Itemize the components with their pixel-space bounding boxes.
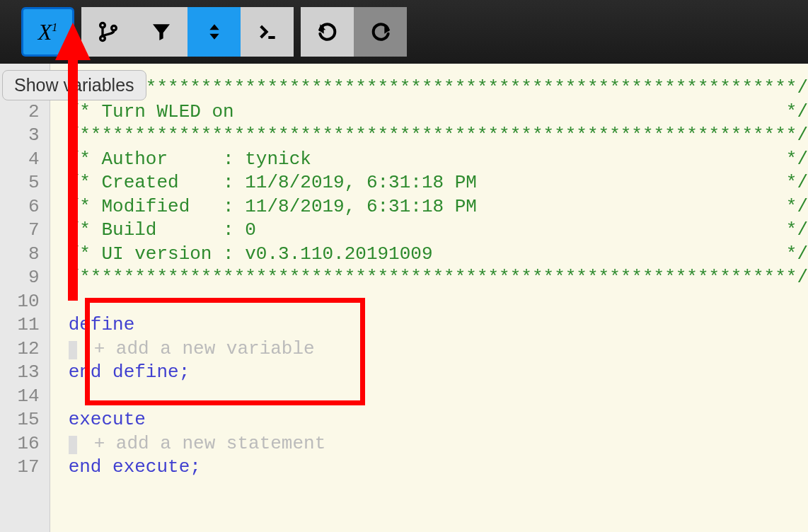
code-line[interactable] xyxy=(69,290,808,314)
filter-button[interactable] xyxy=(134,7,187,57)
cursor xyxy=(69,341,77,359)
line-number: 10 xyxy=(0,290,50,314)
sort-button[interactable] xyxy=(187,7,241,57)
code-line[interactable]: end execute; xyxy=(69,456,808,480)
code-line[interactable]: + add a new variable xyxy=(69,337,808,362)
line-number: 13 xyxy=(0,361,50,385)
console-icon xyxy=(256,21,279,43)
filter-icon xyxy=(150,21,173,43)
redo-icon xyxy=(369,21,392,43)
code-line[interactable]: /* Created : 11/8/2019, 6:31:18 PM */ xyxy=(69,171,808,195)
svg-point-2 xyxy=(111,25,116,30)
code-line[interactable] xyxy=(69,385,808,409)
line-number: 17 xyxy=(0,456,50,480)
line-number: 9 xyxy=(0,266,50,290)
cursor xyxy=(69,436,77,454)
code-line[interactable]: /***************************************… xyxy=(69,266,808,290)
code-line[interactable]: /* Build : 0 */ xyxy=(69,219,808,243)
line-number: 14 xyxy=(0,385,50,409)
variable-x-icon: X1 xyxy=(38,19,58,45)
branch-button[interactable] xyxy=(81,7,134,57)
line-number: 12 xyxy=(0,337,50,362)
code-area[interactable]: /***************************************… xyxy=(50,64,808,532)
line-number: 4 xyxy=(0,148,50,172)
editor: 1234567891011121314151617 /*************… xyxy=(0,64,808,532)
variables-tooltip: Show variables xyxy=(2,70,146,100)
toolbar-group-2 xyxy=(81,7,294,57)
code-line[interactable]: define xyxy=(69,313,808,337)
line-number: 11 xyxy=(0,313,50,337)
branch-icon xyxy=(97,21,120,43)
code-line[interactable]: /***************************************… xyxy=(69,76,808,100)
code-line[interactable]: /* UI version : v0.3.110.20191009 */ xyxy=(69,243,808,267)
line-number: 16 xyxy=(0,432,50,456)
line-gutter: 1234567891011121314151617 xyxy=(0,64,50,532)
sort-icon xyxy=(203,21,226,43)
code-line[interactable]: end define; xyxy=(69,361,808,385)
line-number: 5 xyxy=(0,171,50,195)
svg-point-0 xyxy=(100,23,105,28)
code-line[interactable]: /* Modified : 11/8/2019, 6:31:18 PM */ xyxy=(69,195,808,219)
toolbar-group-3 xyxy=(301,7,407,57)
redo-button[interactable] xyxy=(354,7,407,57)
code-line[interactable]: /* Author : tynick */ xyxy=(69,148,808,172)
line-number: 8 xyxy=(0,243,50,267)
code-line[interactable]: + add a new statement xyxy=(69,432,808,456)
toolbar-group-1: X1 xyxy=(21,7,74,57)
line-number: 3 xyxy=(0,124,50,148)
code-line[interactable]: /***************************************… xyxy=(69,124,808,148)
code-line[interactable]: /* Turn WLED on */ xyxy=(69,100,808,125)
variables-button[interactable]: X1 xyxy=(21,7,74,57)
code-line[interactable]: execute xyxy=(69,408,808,432)
line-number: 15 xyxy=(0,408,50,432)
console-button[interactable] xyxy=(241,7,294,57)
line-number: 2 xyxy=(0,100,50,125)
line-number: 6 xyxy=(0,195,50,219)
toolbar: X1 xyxy=(0,0,808,64)
undo-icon xyxy=(316,21,339,43)
line-number: 7 xyxy=(0,219,50,243)
undo-button[interactable] xyxy=(301,7,354,57)
svg-point-1 xyxy=(100,36,105,41)
